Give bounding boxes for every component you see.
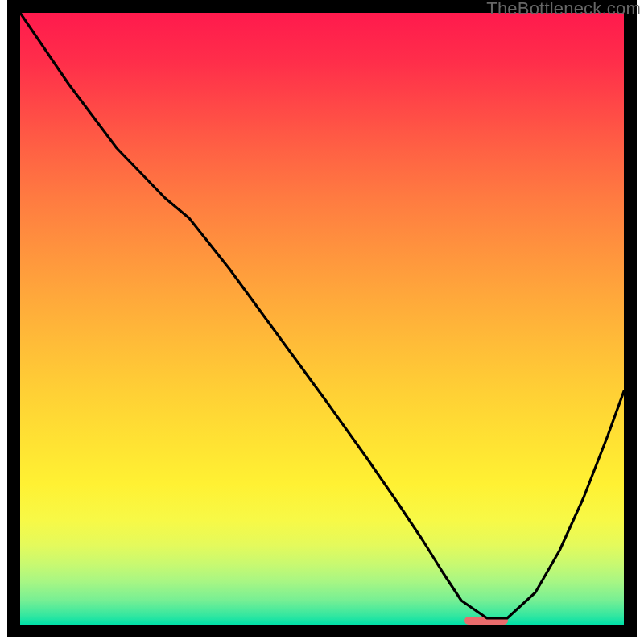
optimal-range-marker [464, 617, 508, 625]
chart-frame [7, 0, 637, 637]
chart-plot-area [20, 13, 624, 625]
chart-gradient-bg [20, 13, 624, 625]
watermark-text: TheBottleneck.com [486, 0, 641, 19]
